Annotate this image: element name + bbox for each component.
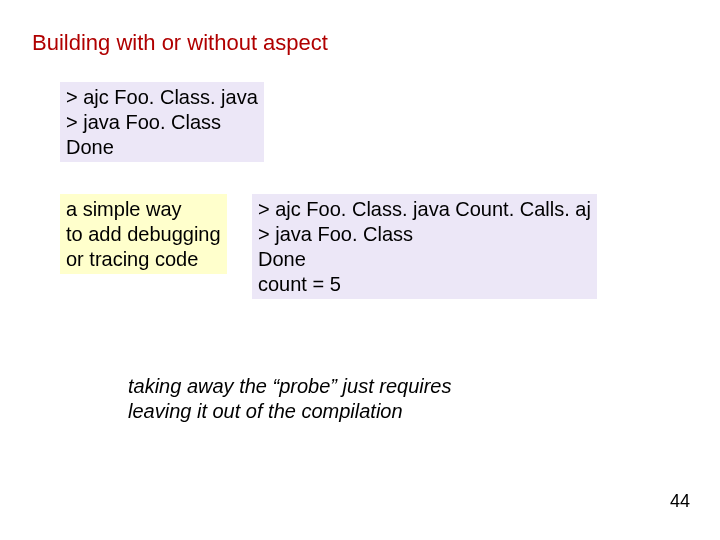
code-line: > java Foo. Class (258, 223, 413, 245)
slide: Building with or without aspect > ajc Fo… (0, 0, 720, 540)
code-line: count = 5 (258, 273, 341, 295)
code-block-without-aspect: > ajc Foo. Class. java > java Foo. Class… (60, 82, 264, 162)
code-line: Done (66, 136, 114, 158)
footer-line: taking away the “probe” just requires (128, 375, 452, 397)
page-number: 44 (670, 491, 690, 512)
note-box: a simple way to add debugging or tracing… (60, 194, 227, 274)
note-line: to add debugging (66, 223, 221, 245)
footer-line: leaving it out of the compilation (128, 400, 403, 422)
footer-caption: taking away the “probe” just requires le… (128, 374, 452, 424)
code-line: > ajc Foo. Class. java (66, 86, 258, 108)
slide-title: Building with or without aspect (32, 30, 328, 56)
note-line: or tracing code (66, 248, 198, 270)
code-line: Done (258, 248, 306, 270)
code-line: > java Foo. Class (66, 111, 221, 133)
code-block-with-aspect: > ajc Foo. Class. java Count. Calls. aj … (252, 194, 597, 299)
note-line: a simple way (66, 198, 182, 220)
code-line: > ajc Foo. Class. java Count. Calls. aj (258, 198, 591, 220)
